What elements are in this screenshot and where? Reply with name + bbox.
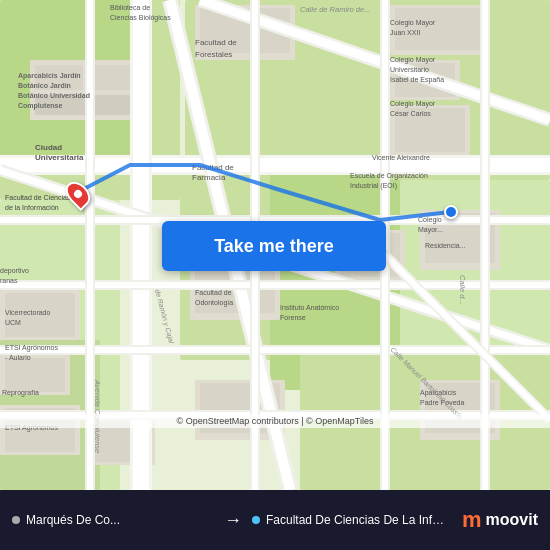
route-to: Facultad De Ciencias De La Info... xyxy=(252,513,454,527)
origin-pin xyxy=(68,180,88,208)
svg-text:Farmacia: Farmacia xyxy=(192,173,226,182)
svg-text:César Carlos: César Carlos xyxy=(390,110,431,117)
route-arrow: → xyxy=(214,510,252,531)
moovit-wordmark: moovit xyxy=(486,511,538,529)
svg-text:Colegio: Colegio xyxy=(418,216,442,224)
svg-text:Colegio Mayor: Colegio Mayor xyxy=(390,56,436,64)
svg-text:Ciudad: Ciudad xyxy=(35,143,62,152)
svg-text:Botánico Jardín: Botánico Jardín xyxy=(18,82,71,89)
svg-text:Ciencias Biológicas: Ciencias Biológicas xyxy=(110,14,171,22)
svg-text:Odontología: Odontología xyxy=(195,299,233,307)
moovit-logo: m moovit xyxy=(462,507,538,533)
svg-text:ranas: ranas xyxy=(0,277,18,284)
svg-text:Forestales: Forestales xyxy=(195,50,232,59)
take-me-there-button[interactable]: Take me there xyxy=(162,221,386,271)
svg-text:de la Información: de la Información xyxy=(5,204,59,211)
to-dot xyxy=(252,516,260,524)
svg-text:Isabel de España: Isabel de España xyxy=(390,76,444,84)
svg-text:Residencia...: Residencia... xyxy=(425,242,466,249)
svg-text:Colegio Mayor: Colegio Mayor xyxy=(390,19,436,27)
svg-text:UCM: UCM xyxy=(5,319,21,326)
svg-text:Colegio Mayor: Colegio Mayor xyxy=(390,100,436,108)
map-attribution: © OpenStreetMap contributors | © OpenMap… xyxy=(0,414,550,428)
route-to-info: Facultad De Ciencias De La Info... xyxy=(252,513,454,527)
svg-text:- Aulario: - Aulario xyxy=(5,354,31,361)
svg-text:Forense: Forense xyxy=(280,314,306,321)
svg-rect-32 xyxy=(5,358,65,392)
svg-text:Facultad de: Facultad de xyxy=(192,163,234,172)
svg-text:Universitaria: Universitaria xyxy=(35,153,84,162)
svg-text:Botánico Universidad: Botánico Universidad xyxy=(18,92,90,99)
svg-text:Calle de Ramiro de...: Calle de Ramiro de... xyxy=(300,5,370,14)
svg-rect-13 xyxy=(90,65,135,90)
svg-text:Universitario: Universitario xyxy=(390,66,429,73)
destination-dot xyxy=(444,205,458,219)
svg-text:Mayor...: Mayor... xyxy=(418,226,443,234)
svg-text:Juan XXII: Juan XXII xyxy=(390,29,420,36)
svg-text:Complutense: Complutense xyxy=(18,102,62,110)
svg-text:Facultad de: Facultad de xyxy=(195,289,232,296)
map-container: Aparcabicis Jardín Botánico Jardín Botán… xyxy=(0,0,550,490)
svg-rect-56 xyxy=(0,347,550,353)
svg-text:Facultad de Ciencias: Facultad de Ciencias xyxy=(5,194,71,201)
svg-text:Vicente Aleixandre: Vicente Aleixandre xyxy=(372,154,430,161)
svg-text:Escuela de Organización: Escuela de Organización xyxy=(350,172,428,180)
svg-text:Calle d...: Calle d... xyxy=(458,275,467,305)
destination-pin xyxy=(444,205,458,219)
svg-text:ETSI Agrónomos: ETSI Agrónomos xyxy=(5,344,58,352)
svg-text:deportivo: deportivo xyxy=(0,267,29,275)
route-from-label: Marqués De Co... xyxy=(26,513,120,527)
svg-text:Vicerrectorado: Vicerrectorado xyxy=(5,309,51,316)
svg-text:Aparcabicis Jardín: Aparcabicis Jardín xyxy=(18,72,81,80)
svg-text:Facultad de: Facultad de xyxy=(195,38,237,47)
svg-text:Biblioteca de: Biblioteca de xyxy=(110,4,150,11)
route-to-label: Facultad De Ciencias De La Info... xyxy=(266,513,446,527)
moovit-m-icon: m xyxy=(462,507,482,533)
svg-text:Reprografía: Reprografía xyxy=(2,389,39,397)
svg-text:Instituto Anatómico: Instituto Anatómico xyxy=(280,304,339,311)
svg-text:Industrial (EOI): Industrial (EOI) xyxy=(350,182,397,190)
route-info: Marqués De Co... xyxy=(12,513,214,527)
bottom-bar: Marqués De Co... → Facultad De Ciencias … xyxy=(0,490,550,550)
route-from: Marqués De Co... xyxy=(12,513,214,527)
from-dot xyxy=(12,516,20,524)
